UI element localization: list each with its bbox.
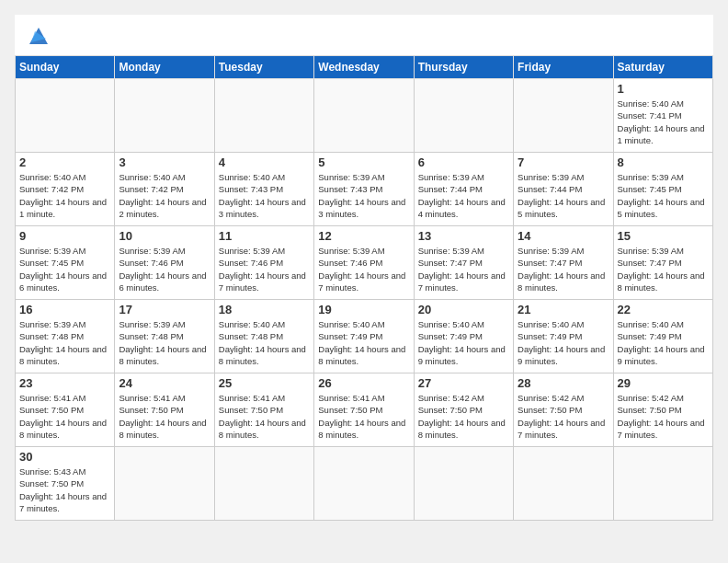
day-header-sunday: Sunday <box>16 56 115 79</box>
general-blue-logo-icon <box>26 24 51 50</box>
day-number: 30 <box>19 450 110 464</box>
week-row-1: 1Sunrise: 5:40 AM Sunset: 7:41 PM Daylig… <box>16 79 713 153</box>
day-number: 8 <box>618 155 709 169</box>
day-cell: 22Sunrise: 5:40 AM Sunset: 7:49 PM Dayli… <box>613 300 712 373</box>
day-cell: 11Sunrise: 5:39 AM Sunset: 7:46 PM Dayli… <box>214 226 313 300</box>
day-number: 13 <box>418 229 509 243</box>
day-info: Sunrise: 5:39 AM Sunset: 7:44 PM Dayligh… <box>518 171 609 220</box>
day-cell <box>314 79 414 153</box>
day-cell: 17Sunrise: 5:39 AM Sunset: 7:48 PM Dayli… <box>115 300 214 373</box>
day-header-wednesday: Wednesday <box>314 56 414 79</box>
day-cell: 21Sunrise: 5:40 AM Sunset: 7:49 PM Dayli… <box>514 300 613 373</box>
day-info: Sunrise: 5:39 AM Sunset: 7:46 PM Dayligh… <box>219 245 310 293</box>
day-info: Sunrise: 5:39 AM Sunset: 7:47 PM Dayligh… <box>618 245 709 293</box>
day-cell: 30Sunrise: 5:43 AM Sunset: 7:50 PM Dayli… <box>16 447 115 521</box>
day-cell: 9Sunrise: 5:39 AM Sunset: 7:45 PM Daylig… <box>16 226 115 300</box>
week-row-3: 9Sunrise: 5:39 AM Sunset: 7:45 PM Daylig… <box>16 226 713 300</box>
day-cell: 13Sunrise: 5:39 AM Sunset: 7:47 PM Dayli… <box>414 226 513 300</box>
day-number: 26 <box>318 376 409 390</box>
day-number: 16 <box>19 303 110 316</box>
day-info: Sunrise: 5:43 AM Sunset: 7:50 PM Dayligh… <box>19 465 110 514</box>
day-header-monday: Monday <box>115 56 214 79</box>
day-number: 6 <box>418 155 509 169</box>
day-cell: 28Sunrise: 5:42 AM Sunset: 7:50 PM Dayli… <box>514 373 613 447</box>
day-cell: 4Sunrise: 5:40 AM Sunset: 7:43 PM Daylig… <box>214 153 313 226</box>
day-info: Sunrise: 5:41 AM Sunset: 7:50 PM Dayligh… <box>19 392 110 441</box>
day-number: 20 <box>418 303 509 316</box>
day-info: Sunrise: 5:40 AM Sunset: 7:48 PM Dayligh… <box>219 318 310 367</box>
day-cell: 7Sunrise: 5:39 AM Sunset: 7:44 PM Daylig… <box>514 153 613 226</box>
day-info: Sunrise: 5:39 AM Sunset: 7:45 PM Dayligh… <box>618 171 709 220</box>
day-cell: 24Sunrise: 5:41 AM Sunset: 7:50 PM Dayli… <box>115 373 214 447</box>
logo <box>26 24 55 50</box>
day-info: Sunrise: 5:41 AM Sunset: 7:50 PM Dayligh… <box>219 392 310 441</box>
day-cell <box>16 79 115 153</box>
day-cell: 5Sunrise: 5:39 AM Sunset: 7:43 PM Daylig… <box>314 153 414 226</box>
day-info: Sunrise: 5:39 AM Sunset: 7:45 PM Dayligh… <box>19 245 110 293</box>
day-number: 14 <box>518 229 609 243</box>
day-number: 7 <box>518 155 609 169</box>
day-info: Sunrise: 5:40 AM Sunset: 7:43 PM Dayligh… <box>219 171 310 220</box>
day-cell: 3Sunrise: 5:40 AM Sunset: 7:42 PM Daylig… <box>115 153 214 226</box>
day-cell <box>115 447 214 521</box>
day-cell <box>414 79 513 153</box>
day-cell: 19Sunrise: 5:40 AM Sunset: 7:49 PM Dayli… <box>314 300 414 373</box>
day-number: 27 <box>418 376 509 390</box>
day-number: 21 <box>518 303 609 316</box>
day-number: 23 <box>19 376 110 390</box>
day-info: Sunrise: 5:39 AM Sunset: 7:48 PM Dayligh… <box>19 318 110 367</box>
day-info: Sunrise: 5:40 AM Sunset: 7:49 PM Dayligh… <box>318 318 409 367</box>
day-cell: 1Sunrise: 5:40 AM Sunset: 7:41 PM Daylig… <box>613 79 712 153</box>
day-header-friday: Friday <box>514 56 613 79</box>
day-cell: 12Sunrise: 5:39 AM Sunset: 7:46 PM Dayli… <box>314 226 414 300</box>
day-number: 24 <box>119 376 210 390</box>
day-header-thursday: Thursday <box>414 56 513 79</box>
day-info: Sunrise: 5:39 AM Sunset: 7:44 PM Dayligh… <box>418 171 509 220</box>
day-info: Sunrise: 5:41 AM Sunset: 7:50 PM Dayligh… <box>119 392 210 441</box>
day-info: Sunrise: 5:40 AM Sunset: 7:49 PM Dayligh… <box>518 318 609 367</box>
day-number: 5 <box>318 155 409 169</box>
day-info: Sunrise: 5:39 AM Sunset: 7:43 PM Dayligh… <box>318 171 409 220</box>
day-info: Sunrise: 5:40 AM Sunset: 7:42 PM Dayligh… <box>19 171 110 220</box>
day-number: 1 <box>618 82 709 96</box>
day-info: Sunrise: 5:41 AM Sunset: 7:50 PM Dayligh… <box>318 392 409 441</box>
day-cell <box>214 447 313 521</box>
day-number: 15 <box>618 229 709 243</box>
day-cell: 18Sunrise: 5:40 AM Sunset: 7:48 PM Dayli… <box>214 300 313 373</box>
day-cell: 15Sunrise: 5:39 AM Sunset: 7:47 PM Dayli… <box>613 226 712 300</box>
day-header-saturday: Saturday <box>613 56 712 79</box>
day-number: 9 <box>19 229 110 243</box>
week-row-2: 2Sunrise: 5:40 AM Sunset: 7:42 PM Daylig… <box>16 153 713 226</box>
day-cell: 27Sunrise: 5:42 AM Sunset: 7:50 PM Dayli… <box>414 373 513 447</box>
day-cell: 2Sunrise: 5:40 AM Sunset: 7:42 PM Daylig… <box>16 153 115 226</box>
day-number: 28 <box>518 376 609 390</box>
day-number: 19 <box>318 303 409 316</box>
day-cell: 25Sunrise: 5:41 AM Sunset: 7:50 PM Dayli… <box>214 373 313 447</box>
week-row-6: 30Sunrise: 5:43 AM Sunset: 7:50 PM Dayli… <box>16 447 713 521</box>
day-info: Sunrise: 5:40 AM Sunset: 7:42 PM Dayligh… <box>119 171 210 220</box>
day-info: Sunrise: 5:39 AM Sunset: 7:47 PM Dayligh… <box>518 245 609 293</box>
day-info: Sunrise: 5:42 AM Sunset: 7:50 PM Dayligh… <box>518 392 609 441</box>
day-cell: 23Sunrise: 5:41 AM Sunset: 7:50 PM Dayli… <box>16 373 115 447</box>
day-cell: 8Sunrise: 5:39 AM Sunset: 7:45 PM Daylig… <box>613 153 712 226</box>
day-cell <box>613 447 712 521</box>
day-info: Sunrise: 5:39 AM Sunset: 7:46 PM Dayligh… <box>119 245 210 293</box>
day-cell: 20Sunrise: 5:40 AM Sunset: 7:49 PM Dayli… <box>414 300 513 373</box>
day-number: 17 <box>119 303 210 316</box>
day-number: 4 <box>219 155 310 169</box>
week-row-5: 23Sunrise: 5:41 AM Sunset: 7:50 PM Dayli… <box>16 373 713 447</box>
day-info: Sunrise: 5:40 AM Sunset: 7:41 PM Dayligh… <box>618 98 709 146</box>
day-number: 12 <box>318 229 409 243</box>
day-number: 22 <box>618 303 709 316</box>
day-cell <box>514 447 613 521</box>
day-info: Sunrise: 5:39 AM Sunset: 7:48 PM Dayligh… <box>119 318 210 367</box>
day-info: Sunrise: 5:39 AM Sunset: 7:46 PM Dayligh… <box>318 245 409 293</box>
day-number: 2 <box>19 155 110 169</box>
day-number: 11 <box>219 229 310 243</box>
day-cell: 16Sunrise: 5:39 AM Sunset: 7:48 PM Dayli… <box>16 300 115 373</box>
days-header-row: SundayMondayTuesdayWednesdayThursdayFrid… <box>16 56 713 79</box>
header <box>15 15 713 55</box>
day-header-tuesday: Tuesday <box>214 56 313 79</box>
day-info: Sunrise: 5:40 AM Sunset: 7:49 PM Dayligh… <box>618 318 709 367</box>
calendar-page: SundayMondayTuesdayWednesdayThursdayFrid… <box>15 15 713 521</box>
